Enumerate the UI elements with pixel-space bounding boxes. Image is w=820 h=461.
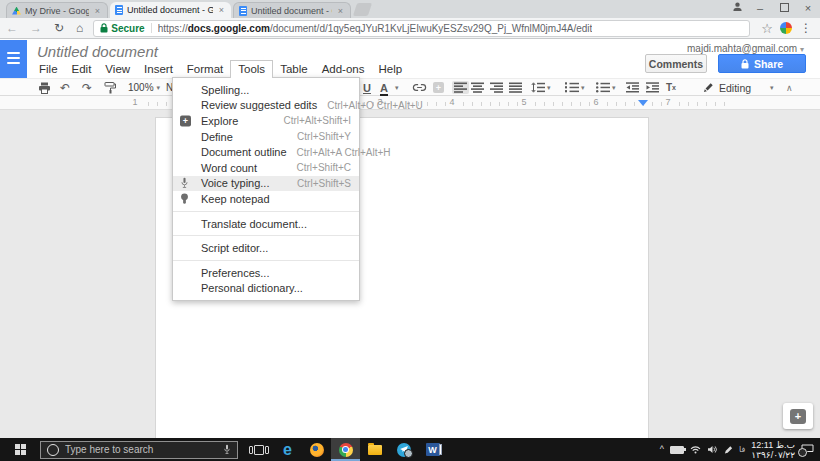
menubar-tools[interactable]: Tools [230,60,273,78]
tab-my-drive[interactable]: My Drive - Google Drive × [6,2,108,18]
menu-item-spelling[interactable]: Spelling... [173,82,359,98]
menu-item-define[interactable]: Define Ctrl+Shift+Y [173,129,359,145]
collapse-toolbar-icon[interactable]: ∧ [786,81,793,94]
taskbar-firefox[interactable] [302,438,331,461]
align-justify-button[interactable] [509,81,522,94]
pen-icon[interactable] [724,445,733,454]
minimize-button[interactable]: – [748,0,772,17]
menubar-edit[interactable]: Edit [65,61,99,77]
menu-item-word-count[interactable]: Word count Ctrl+Shift+C [173,160,359,176]
menubar-format[interactable]: Format [180,61,230,77]
account-email[interactable]: majdi.mahta@gmail.com ▾ [687,43,804,54]
microphone-icon[interactable] [223,444,231,455]
menubar-insert[interactable]: Insert [137,61,180,77]
menubar-view[interactable]: View [98,61,137,77]
home-icon[interactable]: ⌂ [70,22,89,34]
menubar-file[interactable]: File [32,61,65,77]
notification-badge [404,449,413,458]
tab-close-icon[interactable]: × [217,5,226,15]
taskbar-clock[interactable]: 12:11 ب.ظ ۱۳۹۶/۰۷/۲۲ [751,440,795,460]
tab-close-icon[interactable]: × [93,6,102,16]
speaker-icon[interactable] [707,445,718,454]
lock-icon [100,23,108,33]
menubar-addons[interactable]: Add-ons [315,61,372,77]
action-center-button[interactable] [801,444,814,455]
ruler-number: 7 [663,97,673,107]
menubar-table[interactable]: Table [273,61,315,77]
clear-formatting-icon[interactable]: Tx [666,81,676,94]
taskbar-edge[interactable]: e [273,438,302,461]
align-right-button[interactable] [490,81,503,94]
text-color-caret-icon[interactable]: ▾ [395,81,399,94]
task-view-button[interactable] [244,438,273,461]
line-spacing-icon[interactable] [531,81,545,94]
taskbar-telegram[interactable] [389,438,418,461]
tab-title: Untitled document - Goo [127,5,213,15]
bulleted-list-icon[interactable] [596,81,610,94]
explore-button[interactable]: + [783,403,813,429]
menu-item-translate-document[interactable]: Translate document... [173,216,359,232]
zoom-select[interactable]: 100%▾ [125,81,163,94]
tools-menu: Spelling... Review suggested edits Ctrl+… [172,77,360,301]
bulleted-list-caret-icon[interactable]: ▾ [612,81,616,94]
tab-untitled-document-2[interactable]: Untitled document - Goo × [233,2,351,18]
menu-item-voice-typing[interactable]: Voice typing... Ctrl+Shift+S [173,176,359,192]
battery-icon[interactable] [670,446,684,454]
browser-menu-icon[interactable]: ⋮ [796,22,820,34]
forward-icon[interactable]: → [24,22,48,34]
bookmark-star-icon[interactable]: ☆ [758,22,776,35]
insert-link-icon[interactable] [412,81,427,94]
menubar-help[interactable]: Help [371,61,409,77]
share-button[interactable]: Share [718,54,806,73]
align-center-button[interactable] [471,81,484,94]
underline-button[interactable]: U [363,81,371,94]
decrease-indent-icon[interactable] [626,81,639,94]
ruler-number: 1 [130,97,140,107]
tab-untitled-document-1[interactable]: Untitled document - Goo × [110,2,231,18]
print-icon[interactable] [38,81,51,94]
profile-icon[interactable] [726,0,748,17]
mode-select[interactable]: Editing [703,81,751,94]
menu-item-document-outline[interactable]: Document outline Ctrl+Alt+A Ctrl+Alt+H [173,144,359,160]
secure-badge[interactable]: Secure [100,23,144,34]
redo-icon[interactable]: ↷ [82,81,92,94]
language-indicator[interactable]: فا [739,445,745,454]
taskbar-file-explorer[interactable] [360,438,389,461]
menu-item-keep-notepad[interactable]: Keep notepad [173,191,359,207]
taskbar-search-box[interactable]: Type here to search [40,441,238,459]
wifi-icon[interactable] [690,445,701,454]
document-title[interactable]: Untitled document [37,43,158,60]
docs-favicon-icon [239,6,247,16]
menu-item-review-suggested-edits[interactable]: Review suggested edits Ctrl+Alt+O Ctrl+A… [173,98,359,114]
tray-chevron-icon[interactable]: ^ [660,444,664,454]
close-button[interactable]: × [796,0,820,17]
back-icon[interactable]: ← [0,22,24,34]
extension-icon[interactable] [780,22,792,34]
url-omnibox[interactable]: Secure https://docs.google.com/document/… [93,20,750,37]
line-spacing-caret-icon[interactable]: ▾ [547,81,551,94]
insert-comment-icon[interactable]: + [433,81,444,94]
undo-icon[interactable]: ↶ [60,81,70,94]
new-tab-button[interactable] [353,3,372,16]
mode-caret-icon[interactable]: ▾ [770,81,774,94]
numbered-list-icon[interactable] [565,81,579,94]
taskbar-chrome[interactable] [331,438,360,461]
text-color-button[interactable]: A [380,81,388,97]
right-margin-marker[interactable] [638,100,648,106]
numbered-list-caret-icon[interactable]: ▾ [581,81,585,94]
align-left-button[interactable] [452,81,469,94]
comments-button[interactable]: Comments [645,54,707,73]
menu-item-preferences[interactable]: Preferences... [173,265,359,281]
search-placeholder: Type here to search [65,444,217,455]
tab-close-icon[interactable]: × [336,6,345,16]
menu-item-script-editor[interactable]: Script editor... [173,240,359,256]
menu-item-explore[interactable]: + Explore Ctrl+Alt+Shift+I [173,113,359,129]
maximize-button[interactable] [772,0,796,17]
start-button[interactable] [0,438,40,461]
increase-indent-icon[interactable] [646,81,659,94]
reload-icon[interactable]: ↻ [48,22,70,34]
menu-item-personal-dictionary[interactable]: Personal dictionary... [173,281,359,297]
taskbar-word[interactable]: W [418,438,447,461]
paint-format-icon[interactable] [104,81,116,94]
docs-logo[interactable] [0,40,27,78]
